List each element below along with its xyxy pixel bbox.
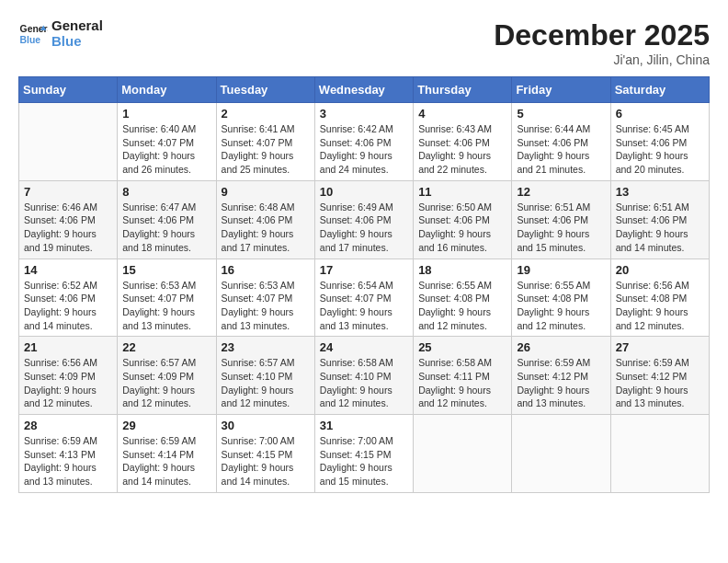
day-number: 10 xyxy=(320,185,408,199)
day-info: Sunrise: 6:59 AM Sunset: 4:13 PM Dayligh… xyxy=(24,434,112,488)
day-info: Sunrise: 6:59 AM Sunset: 4:14 PM Dayligh… xyxy=(122,434,210,488)
calendar-cell: 31 Sunrise: 7:00 AM Sunset: 4:15 PM Dayl… xyxy=(314,415,413,493)
day-info: Sunrise: 6:41 AM Sunset: 4:07 PM Dayligh… xyxy=(222,122,310,177)
day-info: Sunrise: 6:54 AM Sunset: 4:07 PM Dayligh… xyxy=(320,279,408,333)
day-info: Sunrise: 6:56 AM Sunset: 4:09 PM Dayligh… xyxy=(24,356,112,410)
day-number: 5 xyxy=(517,107,605,121)
day-number: 8 xyxy=(122,185,210,199)
day-info: Sunrise: 6:52 AM Sunset: 4:06 PM Dayligh… xyxy=(24,279,112,333)
calendar-cell: 5 Sunrise: 6:44 AM Sunset: 4:06 PM Dayli… xyxy=(512,103,610,181)
day-number: 4 xyxy=(418,107,506,121)
day-info: Sunrise: 6:56 AM Sunset: 4:08 PM Dayligh… xyxy=(616,279,704,333)
day-number: 1 xyxy=(122,107,210,121)
calendar-cell: 2 Sunrise: 6:41 AM Sunset: 4:07 PM Dayli… xyxy=(216,103,314,181)
svg-text:Blue: Blue xyxy=(20,34,41,44)
calendar-cell: 10 Sunrise: 6:49 AM Sunset: 4:06 PM Dayl… xyxy=(314,180,413,259)
day-number: 27 xyxy=(616,340,704,354)
calendar-cell: 15 Sunrise: 6:53 AM Sunset: 4:07 PM Dayl… xyxy=(118,259,216,337)
logo: General Blue General Blue xyxy=(18,18,103,49)
day-number: 12 xyxy=(517,185,605,199)
day-info: Sunrise: 6:58 AM Sunset: 4:11 PM Dayligh… xyxy=(418,356,506,410)
day-info: Sunrise: 6:51 AM Sunset: 4:06 PM Dayligh… xyxy=(517,201,605,255)
day-info: Sunrise: 6:53 AM Sunset: 4:07 PM Dayligh… xyxy=(122,279,210,333)
weekday-header-friday: Friday xyxy=(512,77,610,103)
day-number: 15 xyxy=(122,263,210,277)
day-number: 2 xyxy=(222,107,310,121)
day-info: Sunrise: 6:42 AM Sunset: 4:06 PM Dayligh… xyxy=(320,122,408,177)
day-info: Sunrise: 6:55 AM Sunset: 4:08 PM Dayligh… xyxy=(517,279,605,333)
day-number: 30 xyxy=(222,419,310,432)
page-header: General Blue General Blue December 2025 … xyxy=(18,18,710,67)
day-info: Sunrise: 6:47 AM Sunset: 4:06 PM Dayligh… xyxy=(122,201,210,255)
calendar-cell: 11 Sunrise: 6:50 AM Sunset: 4:06 PM Dayl… xyxy=(414,180,512,259)
day-info: Sunrise: 6:49 AM Sunset: 4:06 PM Dayligh… xyxy=(320,201,408,255)
day-number: 26 xyxy=(517,340,605,354)
calendar-cell: 16 Sunrise: 6:53 AM Sunset: 4:07 PM Dayl… xyxy=(216,259,314,337)
day-info: Sunrise: 7:00 AM Sunset: 4:15 PM Dayligh… xyxy=(222,434,310,488)
calendar-cell: 12 Sunrise: 6:51 AM Sunset: 4:06 PM Dayl… xyxy=(512,180,610,259)
month-title: December 2025 xyxy=(494,18,710,52)
calendar-header: SundayMondayTuesdayWednesdayThursdayFrid… xyxy=(19,77,710,103)
calendar-cell: 4 Sunrise: 6:43 AM Sunset: 4:06 PM Dayli… xyxy=(414,103,512,181)
day-info: Sunrise: 6:57 AM Sunset: 4:09 PM Dayligh… xyxy=(122,356,210,410)
day-number: 18 xyxy=(418,263,506,277)
calendar-cell: 8 Sunrise: 6:47 AM Sunset: 4:06 PM Dayli… xyxy=(118,180,216,259)
day-number: 9 xyxy=(222,185,310,199)
calendar-cell: 23 Sunrise: 6:57 AM Sunset: 4:10 PM Dayl… xyxy=(216,337,314,415)
day-info: Sunrise: 6:59 AM Sunset: 4:12 PM Dayligh… xyxy=(517,356,605,410)
day-info: Sunrise: 6:53 AM Sunset: 4:07 PM Dayligh… xyxy=(222,279,310,333)
calendar-cell: 13 Sunrise: 6:51 AM Sunset: 4:06 PM Dayl… xyxy=(610,180,709,259)
day-number: 28 xyxy=(24,419,112,432)
calendar-cell: 21 Sunrise: 6:56 AM Sunset: 4:09 PM Dayl… xyxy=(19,337,118,415)
weekday-header-tuesday: Tuesday xyxy=(216,77,314,103)
day-info: Sunrise: 6:59 AM Sunset: 4:12 PM Dayligh… xyxy=(616,356,704,410)
weekday-header-row: SundayMondayTuesdayWednesdayThursdayFrid… xyxy=(19,77,710,103)
day-number: 31 xyxy=(320,419,408,432)
calendar-cell: 30 Sunrise: 7:00 AM Sunset: 4:15 PM Dayl… xyxy=(216,415,314,493)
day-number: 17 xyxy=(320,263,408,277)
calendar-cell: 26 Sunrise: 6:59 AM Sunset: 4:12 PM Dayl… xyxy=(512,337,610,415)
day-number: 21 xyxy=(24,340,112,354)
calendar-cell: 19 Sunrise: 6:55 AM Sunset: 4:08 PM Dayl… xyxy=(512,259,610,337)
day-number: 13 xyxy=(616,185,704,199)
calendar-cell: 14 Sunrise: 6:52 AM Sunset: 4:06 PM Dayl… xyxy=(19,259,118,337)
calendar-week-row: 21 Sunrise: 6:56 AM Sunset: 4:09 PM Dayl… xyxy=(19,337,710,415)
day-number: 16 xyxy=(222,263,310,277)
day-number: 20 xyxy=(616,263,704,277)
calendar-table: SundayMondayTuesdayWednesdayThursdayFrid… xyxy=(18,76,710,493)
day-number: 24 xyxy=(320,340,408,354)
calendar-week-row: 7 Sunrise: 6:46 AM Sunset: 4:06 PM Dayli… xyxy=(19,180,710,259)
day-info: Sunrise: 6:40 AM Sunset: 4:07 PM Dayligh… xyxy=(122,122,210,177)
weekday-header-thursday: Thursday xyxy=(414,77,512,103)
day-number: 25 xyxy=(418,340,506,354)
calendar-week-row: 28 Sunrise: 6:59 AM Sunset: 4:13 PM Dayl… xyxy=(19,415,710,493)
calendar-week-row: 1 Sunrise: 6:40 AM Sunset: 4:07 PM Dayli… xyxy=(19,103,710,181)
day-info: Sunrise: 6:43 AM Sunset: 4:06 PM Dayligh… xyxy=(418,122,506,177)
location-subtitle: Ji'an, Jilin, China xyxy=(494,52,710,67)
weekday-header-wednesday: Wednesday xyxy=(314,77,413,103)
calendar-cell: 27 Sunrise: 6:59 AM Sunset: 4:12 PM Dayl… xyxy=(610,337,709,415)
calendar-cell xyxy=(512,415,610,493)
weekday-header-saturday: Saturday xyxy=(610,77,709,103)
logo-blue: Blue xyxy=(51,34,103,50)
calendar-cell xyxy=(610,415,709,493)
day-number: 22 xyxy=(122,340,210,354)
weekday-header-sunday: Sunday xyxy=(19,77,118,103)
calendar-cell: 7 Sunrise: 6:46 AM Sunset: 4:06 PM Dayli… xyxy=(19,180,118,259)
calendar-cell: 9 Sunrise: 6:48 AM Sunset: 4:06 PM Dayli… xyxy=(216,180,314,259)
day-number: 14 xyxy=(24,263,112,277)
day-number: 3 xyxy=(320,107,408,121)
calendar-cell: 1 Sunrise: 6:40 AM Sunset: 4:07 PM Dayli… xyxy=(118,103,216,181)
day-number: 29 xyxy=(122,419,210,432)
day-number: 7 xyxy=(24,185,112,199)
day-info: Sunrise: 6:55 AM Sunset: 4:08 PM Dayligh… xyxy=(418,279,506,333)
day-info: Sunrise: 6:48 AM Sunset: 4:06 PM Dayligh… xyxy=(222,201,310,255)
day-number: 19 xyxy=(517,263,605,277)
day-info: Sunrise: 6:51 AM Sunset: 4:06 PM Dayligh… xyxy=(616,201,704,255)
calendar-cell: 18 Sunrise: 6:55 AM Sunset: 4:08 PM Dayl… xyxy=(414,259,512,337)
day-info: Sunrise: 6:44 AM Sunset: 4:06 PM Dayligh… xyxy=(517,122,605,177)
calendar-cell: 3 Sunrise: 6:42 AM Sunset: 4:06 PM Dayli… xyxy=(314,103,413,181)
day-number: 6 xyxy=(616,107,704,121)
calendar-cell xyxy=(19,103,118,181)
calendar-cell: 25 Sunrise: 6:58 AM Sunset: 4:11 PM Dayl… xyxy=(414,337,512,415)
